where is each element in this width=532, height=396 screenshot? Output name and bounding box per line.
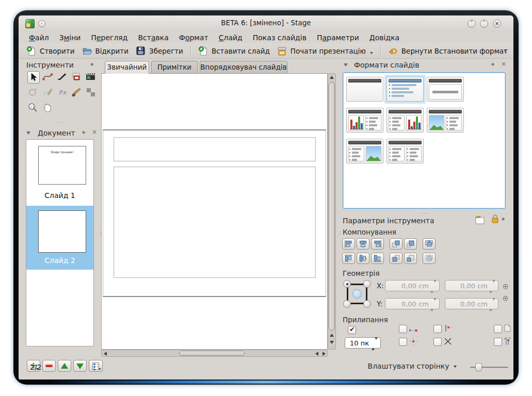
raise-object-button[interactable]	[390, 238, 402, 250]
menu-slide[interactable]: Слайд	[214, 32, 248, 43]
snap-node-checkbox[interactable]	[399, 325, 407, 333]
layout-title-content[interactable]	[386, 77, 424, 102]
titlebar[interactable]: · BETA 6: [змінено] - Stage ˇ ˆ ×	[19, 15, 513, 32]
align-top-button[interactable]	[342, 253, 355, 264]
menu-edit[interactable]: Зміни	[54, 32, 86, 43]
menu-slideshow[interactable]: Показ слайдів	[248, 32, 312, 43]
scroll-left-icon[interactable]	[315, 352, 318, 356]
slide-1-thumbnail[interactable]: Stage працює!	[38, 146, 86, 185]
snapping-enabled-checkbox[interactable]	[348, 326, 356, 334]
anchor-center[interactable]	[352, 289, 362, 299]
group-objects-button[interactable]	[423, 238, 436, 250]
x-position-spinbox[interactable]: 0,00 cm	[385, 280, 440, 291]
save-document-button[interactable]: Зберегти	[132, 44, 187, 58]
y-position-spinbox[interactable]: 0,00 cm	[385, 298, 440, 309]
spin-arrows-icon[interactable]	[489, 301, 495, 308]
snap-distance-spinbox[interactable]: 10 пк	[345, 337, 381, 349]
tab-notes-view[interactable]: Примітки	[151, 61, 198, 73]
undo-button[interactable]: Вернути Встановити формат	[384, 44, 511, 58]
float-panel-icon[interactable]: ◆	[502, 217, 505, 221]
collapse-panel-icon[interactable]	[343, 62, 349, 68]
scroll-left-icon[interactable]	[104, 352, 107, 356]
snap-boundingbox-checkbox[interactable]	[494, 325, 502, 333]
menu-help[interactable]: Довідка	[364, 32, 405, 43]
anchor-top-right[interactable]	[363, 280, 371, 288]
scroll-up-icon[interactable]	[330, 334, 334, 337]
new-document-button[interactable]: Створити	[23, 44, 78, 58]
zoom-slider[interactable]	[470, 367, 508, 368]
zoom-tool[interactable]: 1:1	[27, 102, 40, 114]
layout-title-only[interactable]	[346, 77, 383, 102]
start-presentation-button[interactable]: Почати презентацію	[273, 44, 377, 58]
float-panel-icon[interactable]: ◆	[82, 130, 85, 135]
content-placeholder[interactable]	[114, 167, 316, 278]
close-panel-icon[interactable]: ×	[501, 61, 507, 67]
toolbar-overflow-icon[interactable]: ›	[503, 46, 506, 55]
snap-intersection-checkbox[interactable]	[433, 338, 442, 346]
snap-guideline-checkbox[interactable]	[494, 338, 502, 346]
align-center-h-button[interactable]	[357, 238, 369, 250]
horizontal-scroll-thumb[interactable]	[179, 351, 245, 356]
menu-file[interactable]: Файл	[24, 32, 54, 43]
animation-tool[interactable]	[85, 71, 98, 84]
path-edit-tool[interactable]	[42, 71, 54, 84]
slide-page[interactable]	[103, 129, 326, 297]
height-spinbox[interactable]: 0,00 cm	[445, 298, 498, 309]
shape-tool[interactable]	[27, 87, 40, 99]
float-panel-icon[interactable]: ◆	[491, 62, 494, 67]
dock-resize-grip[interactable]: ···	[56, 120, 63, 125]
open-document-button[interactable]: Відкрити	[78, 44, 132, 58]
document-note-icon[interactable]	[475, 216, 485, 226]
anchor-selector[interactable]	[343, 279, 372, 308]
width-spinbox[interactable]: 0,00 cm	[445, 280, 498, 291]
menu-view[interactable]: Перегляд	[86, 32, 133, 43]
anchor-top-left[interactable]	[343, 280, 351, 288]
spin-arrows-icon[interactable]	[372, 340, 378, 348]
layout-image-text[interactable]	[427, 108, 464, 133]
layout-text-chart[interactable]	[386, 108, 424, 133]
send-to-back-button[interactable]	[404, 253, 417, 264]
tab-normal-view[interactable]: Звичайний	[105, 61, 149, 74]
title-placeholder[interactable]	[114, 137, 316, 161]
menu-format[interactable]: Формат	[174, 32, 214, 43]
scroll-right-icon[interactable]	[323, 352, 326, 356]
tab-slide-sorter[interactable]: Впорядковувач слайдів	[200, 61, 287, 73]
layout-chart-text[interactable]	[346, 108, 383, 133]
scroll-up-icon[interactable]	[330, 76, 334, 79]
effects-tool[interactable]: Fx	[56, 87, 69, 99]
snap-extension-checkbox[interactable]	[433, 325, 442, 333]
calligraphy-tool[interactable]	[56, 71, 69, 84]
close-button[interactable]: ×	[493, 20, 501, 28]
glue-tool[interactable]	[71, 71, 83, 84]
anchor-bottom-left[interactable]	[343, 300, 351, 308]
spin-arrows-icon[interactable]	[430, 301, 437, 308]
vertical-scrollbar[interactable]	[328, 73, 336, 350]
pan-tool[interactable]	[42, 102, 54, 114]
spin-arrows-icon[interactable]	[489, 283, 495, 290]
align-bottom-button[interactable]	[371, 253, 384, 264]
splitter-handle[interactable]: ⋮	[337, 232, 339, 239]
slide-item-2-selected[interactable]: Слайд 2	[26, 206, 93, 270]
select-tool[interactable]	[27, 71, 40, 84]
keep-aspect-ratio-icon[interactable]: ⦿	[503, 295, 508, 303]
close-panel-icon[interactable]: ×	[91, 129, 98, 135]
zoom-slider-handle[interactable]	[475, 363, 482, 371]
menu-insert[interactable]: Вставка	[133, 32, 173, 43]
lower-object-button[interactable]	[390, 253, 402, 264]
brush-tool[interactable]	[71, 87, 83, 99]
collapse-panel-icon[interactable]	[25, 130, 31, 136]
vertical-scroll-thumb[interactable]	[329, 82, 335, 331]
splitter-handle[interactable]: ⋮	[99, 232, 100, 239]
bring-to-front-button[interactable]	[404, 238, 417, 250]
freehand-tool[interactable]	[42, 87, 54, 99]
slide-editor-viewport[interactable]	[101, 73, 328, 350]
horizontal-scrollbar[interactable]	[101, 350, 328, 357]
scroll-down-icon[interactable]	[330, 341, 334, 344]
insert-slide-button[interactable]: Вставити слайд	[195, 44, 273, 58]
minimize-button[interactable]: ˇ	[467, 20, 476, 28]
layout-title-text[interactable]	[427, 77, 464, 102]
ungroup-objects-button[interactable]	[423, 253, 436, 264]
keep-aspect-ratio-icon[interactable]: ⦿	[503, 284, 508, 291]
lock-icon[interactable]	[491, 214, 499, 226]
maximize-button[interactable]: ˆ	[480, 20, 488, 28]
